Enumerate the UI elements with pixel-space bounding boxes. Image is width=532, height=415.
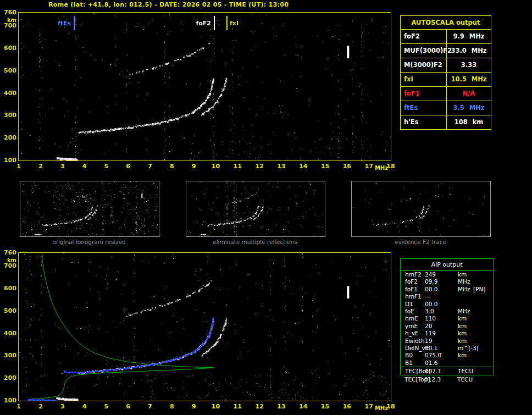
- autoscala-param-label: foF2: [401, 30, 447, 43]
- x-tick-label: 1: [12, 403, 26, 410]
- thumbnail-caption-no-multiples: eliminate multiple reflections: [186, 239, 324, 245]
- aip-param-unit: MHz: [458, 278, 470, 285]
- top-ionogram-canvas: [19, 13, 391, 161]
- autoscala-value-number: 3.5: [453, 101, 464, 115]
- aip-tec-top-row: TEC[Top]012.3TECU: [400, 376, 492, 384]
- aip-param-unit: MHz: [458, 286, 470, 293]
- aip-param-value: 075.0: [425, 352, 441, 359]
- aip-param-name: Ewidth: [405, 337, 425, 345]
- autoscala-value-unit: MHz: [469, 30, 485, 43]
- autoscala-param-label: foF1: [401, 87, 447, 101]
- aip-row-hmE: hmE110km: [401, 315, 493, 322]
- aip-row-D1: D100.0: [401, 301, 493, 308]
- aip-param-unit: km: [458, 315, 467, 322]
- aip-param-value: 01.6: [425, 359, 437, 367]
- autoscala-param-value: 9.9MHz: [447, 30, 491, 43]
- aip-param-unit: TECU: [457, 376, 473, 383]
- y-tick-label: 300: [0, 352, 16, 359]
- autoscala-row-fxI: fxI10.5MHz: [401, 73, 491, 87]
- thumbnail-caption-original: original ionogram resized: [20, 239, 158, 245]
- y-tick-label: 400: [0, 330, 16, 337]
- x-tick-label: 6: [121, 163, 135, 170]
- aip-row-B0: B0075.0km: [401, 352, 493, 359]
- aip-row-hmF2: hmF2249km: [401, 271, 493, 278]
- autoscala-value-unit: km: [473, 115, 484, 129]
- aip-param-value: 09.9: [425, 278, 437, 285]
- y-tick-label: 400: [0, 90, 16, 97]
- x-tick-label: 5: [99, 163, 113, 170]
- bottom-ionogram-canvas: [19, 253, 391, 401]
- autoscala-table-title: AUTOSCALA output: [401, 16, 491, 30]
- x-tick-label: 4: [77, 403, 91, 410]
- x-tick-label: 10: [208, 403, 223, 410]
- x-axis-unit: MHz: [374, 405, 389, 412]
- aip-param-name: B1: [405, 359, 413, 367]
- aip-param-value: 00.0: [425, 286, 437, 293]
- aip-row-foF1: foF100.0MHz[PN]: [401, 286, 493, 293]
- page-title: Rome (lat: +41.8, lon: 012.5) - DATE: 20…: [48, 1, 289, 8]
- aip-param-value: 00.1: [425, 345, 437, 352]
- autoscala-row-foF1: foF1N/A: [401, 87, 491, 101]
- x-tick-label: 9: [187, 403, 201, 410]
- aip-param-name: B0: [405, 352, 413, 359]
- y-tick-label: 200: [0, 374, 16, 381]
- x-tick-label: 7: [143, 403, 157, 410]
- aip-param-name: foF2: [405, 278, 418, 285]
- autoscala-row-M(3000)F2: M(3000)F23.33: [401, 58, 491, 73]
- autoscala-row-MUF(3000)F2: MUF(3000)F233.0MHz: [401, 44, 491, 58]
- x-tick-label: 3: [56, 403, 70, 410]
- y-tick-label: 500: [0, 307, 16, 314]
- x-tick-label: 14: [296, 163, 311, 170]
- aip-param-unit: TECU: [458, 367, 473, 375]
- thumbnail-f2-trace-canvas: [352, 181, 489, 235]
- x-tick-label: 16: [340, 163, 354, 170]
- x-tick-label: 13: [274, 403, 289, 410]
- autoscala-value-number: N/A: [463, 87, 475, 101]
- x-tick-label: 13: [274, 163, 289, 170]
- aip-row-h_vE: h_vE119km: [401, 330, 493, 337]
- aip-param-value: 00.0: [425, 301, 437, 308]
- aip-table-rows: hmF2249kmfoF209.9MHzfoF100.0MHz[PN]hmF1-…: [401, 271, 493, 375]
- autoscala-param-value: 3.33: [447, 58, 491, 72]
- aip-param-unit: m^(-3): [458, 345, 479, 352]
- thumbnail-original-canvas: [20, 181, 158, 235]
- aip-row-Ewidth: Ewidth19km: [401, 337, 493, 345]
- x-tick-label: 4: [77, 163, 91, 170]
- aip-param-extra: [PN]: [473, 286, 485, 293]
- autoscala-row-ftEs: ftEs3.5MHz: [401, 101, 491, 115]
- aip-row-foF2: foF209.9MHz: [401, 278, 493, 285]
- x-tick-label: 16: [340, 403, 354, 410]
- aip-row-hmF1: hmF1---: [401, 293, 493, 300]
- aip-param-value: 19: [425, 337, 432, 345]
- x-tick-label: 9: [187, 163, 201, 170]
- aip-row-TEC[Top]: TEC[Top]012.3TECU: [400, 376, 492, 383]
- thumbnail-original-ionogram: [20, 181, 159, 237]
- aip-param-value: 012.3: [424, 376, 441, 383]
- autoscala-param-value: 10.5MHz: [447, 73, 491, 86]
- aip-param-value: 119: [425, 330, 436, 337]
- aip-param-unit: MHz: [458, 308, 470, 315]
- x-tick-label: 11: [230, 163, 245, 170]
- autoscala-param-label: M(3000)F2: [401, 58, 447, 72]
- aip-param-unit: km: [458, 323, 467, 330]
- aip-param-value: 20: [425, 323, 432, 330]
- aip-row-B1: B101.6: [401, 359, 493, 367]
- x-tick-label: 15: [318, 403, 332, 410]
- aip-param-unit: km: [458, 352, 467, 359]
- aip-table-title: AIP output: [401, 259, 493, 271]
- autoscala-app: Rome (lat: +41.8, lon: 012.5) - DATE: 20…: [0, 0, 532, 415]
- aip-param-name: hmF2: [405, 271, 422, 278]
- aip-param-unit: km: [458, 330, 467, 337]
- x-tick-label: 3: [56, 163, 70, 170]
- autoscala-value-number: 108: [455, 115, 468, 129]
- aip-output-table: AIP output hmF2249kmfoF209.9MHzfoF100.0M…: [400, 258, 494, 375]
- aip-param-value: 249: [425, 271, 436, 278]
- aip-row-DelN_vE: DelN_vE00.1m^(-3): [401, 345, 493, 352]
- y-tick-label: 600: [0, 285, 16, 292]
- autoscala-value-unit: MHz: [469, 101, 485, 115]
- thumbnail-no-multiples: [186, 181, 325, 237]
- top-ionogram-frame: [18, 12, 391, 161]
- aip-param-name: h_vE: [405, 330, 419, 337]
- autoscala-param-value: N/A: [447, 87, 491, 101]
- autoscala-param-value: 33.0MHz: [447, 44, 491, 58]
